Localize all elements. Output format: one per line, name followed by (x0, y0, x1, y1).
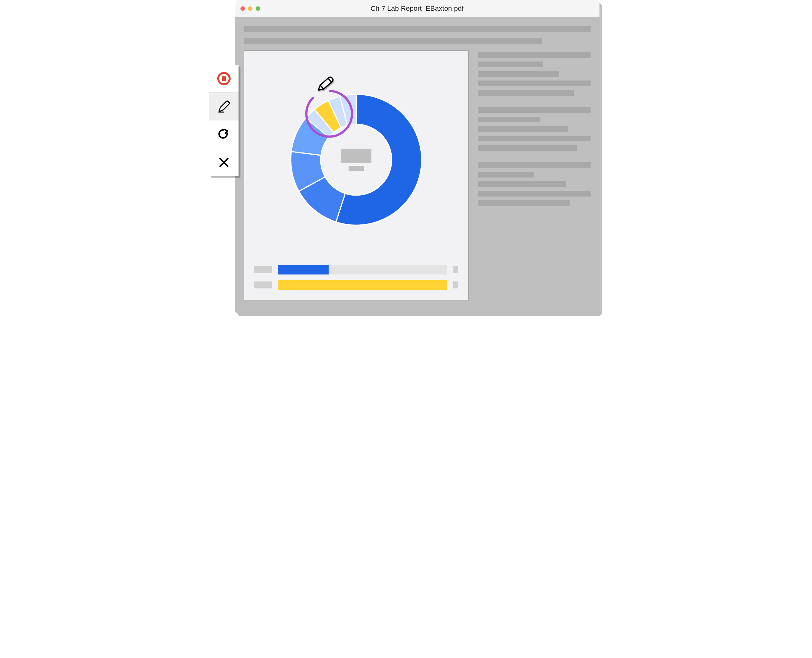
placeholder-line (478, 200, 570, 206)
placeholder-line (478, 90, 574, 96)
placeholder-line (243, 26, 591, 32)
bar-fill (278, 265, 328, 274)
placeholder-line (478, 181, 566, 187)
donut-chart (251, 58, 461, 262)
bar-fill (278, 280, 447, 290)
placeholder-line (478, 136, 591, 141)
window-minimize-button[interactable] (248, 6, 253, 11)
document-page[interactable] (243, 50, 469, 301)
window-title: Ch 7 Lab Report_EBaxton.pdf (371, 5, 464, 13)
placeholder-line (478, 80, 591, 86)
window-content (235, 17, 600, 314)
window-zoom-button[interactable] (256, 6, 260, 11)
placeholder-line (478, 71, 559, 77)
bar-track (278, 280, 447, 290)
placeholder-line (478, 162, 591, 168)
bar-value (453, 282, 458, 288)
placeholder-line (478, 145, 577, 151)
side-panel (478, 50, 591, 301)
close-button[interactable] (209, 148, 239, 176)
redo-button[interactable] (209, 121, 239, 148)
bar-label (254, 266, 272, 273)
bar-row (254, 265, 458, 274)
bar-track (278, 265, 447, 274)
placeholder-line (478, 117, 540, 122)
donut-center-label (341, 149, 371, 171)
placeholder-line (478, 107, 591, 113)
placeholder-line (243, 38, 542, 44)
pencil-icon (217, 100, 231, 113)
pencil-cursor-icon (316, 75, 335, 94)
bar-value (453, 266, 458, 273)
record-stop-icon (217, 72, 231, 85)
bar-group (251, 265, 461, 293)
placeholder-line (478, 172, 534, 177)
record-stop-button[interactable] (209, 65, 239, 92)
placeholder-line (478, 126, 568, 132)
traffic-lights (240, 6, 260, 11)
redo-icon (217, 128, 231, 141)
close-icon (217, 156, 231, 169)
placeholder-line (478, 52, 591, 58)
recording-toolbar (209, 65, 239, 176)
placeholder-line (478, 61, 543, 67)
app-window: Ch 7 Lab Report_EBaxton.pdf (235, 0, 600, 314)
bar-label (254, 282, 272, 288)
placeholder-line (478, 191, 591, 196)
window-close-button[interactable] (240, 6, 245, 11)
draw-button[interactable] (209, 92, 239, 121)
bar-row (254, 280, 458, 290)
titlebar[interactable]: Ch 7 Lab Report_EBaxton.pdf (235, 0, 600, 17)
